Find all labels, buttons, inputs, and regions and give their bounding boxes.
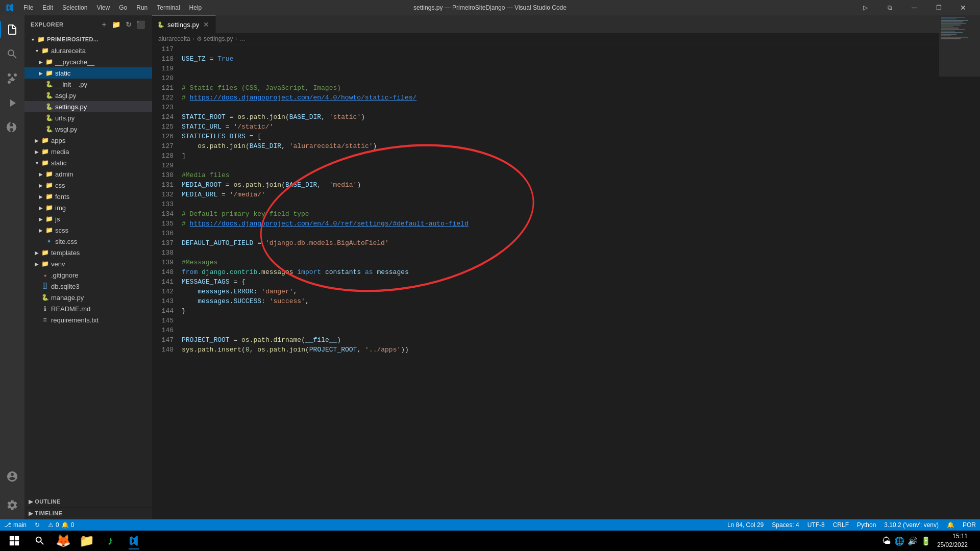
notification-icon: 🔔 [947, 521, 954, 529]
maximize-button[interactable]: ❐ [927, 0, 950, 15]
new-folder-icon[interactable]: 📁 [111, 19, 121, 30]
status-eol[interactable]: CRLF [829, 519, 853, 531]
css-icon: ✦ [45, 237, 53, 245]
sidebar-item-templates[interactable]: ▶ 📁 templates [24, 247, 152, 258]
tree-label: manage.py [51, 294, 148, 302]
sidebar-item-wsgi[interactable]: ▶ 🐍 wsgi.py [24, 123, 152, 135]
tree-arrow-icon: ▶ [37, 58, 45, 66]
menu-selection[interactable]: Selection [58, 3, 91, 12]
code-content[interactable]: USE_TZ = True # Static files (CSS, JavaS… [178, 44, 939, 519]
status-notifications[interactable]: 🔔 [943, 519, 959, 531]
run-debug-activity-icon[interactable] [0, 91, 24, 115]
tree-arrow-icon: ▶ [37, 69, 45, 77]
menu-help[interactable]: Help [185, 3, 206, 12]
menu-run[interactable]: Run [132, 3, 152, 12]
taskbar-firefox[interactable]: 🦊 [52, 531, 75, 550]
titlebar-menu: File Edit Selection View Go Run Terminal… [19, 3, 206, 12]
menu-terminal[interactable]: Terminal [153, 3, 184, 12]
tab-settings-py[interactable]: 🐍 settings.py ✕ [152, 15, 216, 33]
close-button[interactable]: ✕ [951, 0, 975, 15]
tab-close-button[interactable]: ✕ [202, 20, 210, 29]
tree-arrow-icon: ▶ [33, 136, 41, 144]
taskbar-time[interactable]: 15:11 25/02/2022 [937, 532, 968, 549]
sidebar-item-pycache[interactable]: ▶ 📁 __pycache__ [24, 56, 152, 67]
py-icon: 🐍 [41, 293, 49, 302]
taskbar-files[interactable]: 📁 [76, 531, 98, 550]
tree-label: asgi.py [55, 92, 148, 99]
taskbar-search[interactable] [29, 531, 51, 550]
accounts-activity-icon[interactable] [0, 464, 24, 489]
tree-label: img [55, 204, 148, 212]
sidebar-item-fonts[interactable]: ▶ 📁 fonts [24, 191, 152, 202]
refresh-icon[interactable]: ↻ [124, 19, 134, 30]
status-lang-por[interactable]: POR [959, 519, 980, 531]
sidebar-item-apps[interactable]: ▶ 📁 apps [24, 135, 152, 146]
tree-label: apps [51, 137, 148, 144]
collapse-all-icon[interactable]: ⬛ [136, 19, 146, 30]
status-interpreter[interactable]: 3.10.2 ('venv': venv) [880, 519, 943, 531]
sidebar-item-settings[interactable]: ▶ 🐍 settings.py [24, 101, 152, 112]
search-activity-icon[interactable] [0, 42, 24, 66]
run-button[interactable]: ▷ [853, 0, 877, 15]
sidebar-item-manage[interactable]: ▶ 🐍 manage.py [24, 292, 152, 303]
menu-file[interactable]: File [19, 3, 37, 12]
menu-edit[interactable]: Edit [38, 3, 57, 12]
show-desktop-button[interactable] [970, 531, 974, 550]
source-control-activity-icon[interactable] [0, 66, 24, 91]
settings-activity-icon[interactable] [0, 493, 24, 517]
status-encoding[interactable]: UTF-8 [803, 519, 829, 531]
status-language[interactable]: Python [853, 519, 880, 531]
sidebar-item-gitignore[interactable]: ▶ ⬥ .gitignore [24, 269, 152, 281]
menu-go[interactable]: Go [115, 3, 131, 12]
minimize-button[interactable]: ─ [902, 0, 926, 15]
folder-icon: 📁 [37, 35, 45, 43]
sidebar-item-alurareceita[interactable]: ▾ 📁 alurareceita [24, 45, 152, 56]
sidebar-item-readme[interactable]: ▶ ℹ README.md [24, 303, 152, 314]
vscode-logo-icon [5, 3, 14, 12]
sidebar-item-db[interactable]: ▶ 🗄 db.sqlite3 [24, 281, 152, 292]
code-editor[interactable]: 117 118 119 120 121 122 123 124 125 126 … [152, 44, 939, 519]
sidebar-item-scss[interactable]: ▶ 📁 scss [24, 224, 152, 236]
status-spaces[interactable]: Spaces: 4 [768, 519, 803, 531]
extensions-activity-icon[interactable] [0, 115, 24, 140]
folder-icon: 📁 [45, 215, 53, 223]
main-layout: EXPLORER + 📁 ↻ ⬛ ▾ 📁 PRIMEIROSITED... ▾ … [0, 15, 980, 519]
sidebar-item-css[interactable]: ▶ 📁 css [24, 180, 152, 191]
sidebar-item-venv[interactable]: ▶ 📁 venv [24, 258, 152, 269]
taskbar-vscode[interactable] [122, 531, 145, 550]
sidebar-item-sitecss[interactable]: ▶ ✦ site.css [24, 236, 152, 247]
status-errors[interactable]: ⚠ 0 🔔 0 [44, 519, 78, 531]
sidebar-item-asgi[interactable]: ▶ 🐍 asgi.py [24, 90, 152, 101]
titlebar-left: File Edit Selection View Go Run Terminal… [5, 3, 206, 12]
tree-root[interactable]: ▾ 📁 PRIMEIROSITED... [24, 34, 152, 45]
sidebar-item-init[interactable]: ▶ 🐍 __init__.py [24, 79, 152, 90]
sidebar-item-urls[interactable]: ▶ 🐍 urls.py [24, 112, 152, 123]
date: 25/02/2022 [937, 541, 968, 549]
status-sync[interactable]: ↻ [31, 519, 44, 531]
sidebar-item-static-outer[interactable]: ▾ 📁 static [24, 157, 152, 168]
status-branch[interactable]: ⎇ main [0, 519, 31, 531]
status-position[interactable]: Ln 84, Col 29 [723, 519, 768, 531]
split-editor-button[interactable]: ⧉ [878, 0, 901, 15]
sidebar-item-requirements[interactable]: ▶ ≡ requirements.txt [24, 314, 152, 325]
sidebar-item-media[interactable]: ▶ 📁 media [24, 146, 152, 157]
folder-icon: 📁 [45, 192, 53, 201]
outline-header[interactable]: ▶ OUTLINE [24, 496, 152, 507]
new-file-icon[interactable]: + [99, 19, 109, 30]
timeline-header[interactable]: ▶ TIMELINE [24, 508, 152, 519]
txt-icon: ≡ [41, 316, 49, 324]
start-button[interactable] [2, 531, 27, 551]
clock: 15:11 [937, 532, 968, 541]
sidebar-item-js[interactable]: ▶ 📁 js [24, 213, 152, 224]
explorer-activity-icon[interactable] [0, 17, 24, 42]
tree-label: static [51, 159, 148, 167]
network-icon: 🌐 [894, 536, 904, 546]
tree-label: db.sqlite3 [51, 283, 148, 290]
menu-view[interactable]: View [92, 3, 114, 12]
taskbar-spotify[interactable]: ♪ [99, 531, 121, 550]
activity-bar [0, 15, 24, 519]
sidebar-item-static-inner[interactable]: ▶ 📁 static [24, 67, 152, 79]
sidebar-item-img[interactable]: ▶ 📁 img [24, 202, 152, 213]
folder-icon: 📁 [45, 58, 53, 66]
sidebar-item-admin[interactable]: ▶ 📁 admin [24, 168, 152, 180]
